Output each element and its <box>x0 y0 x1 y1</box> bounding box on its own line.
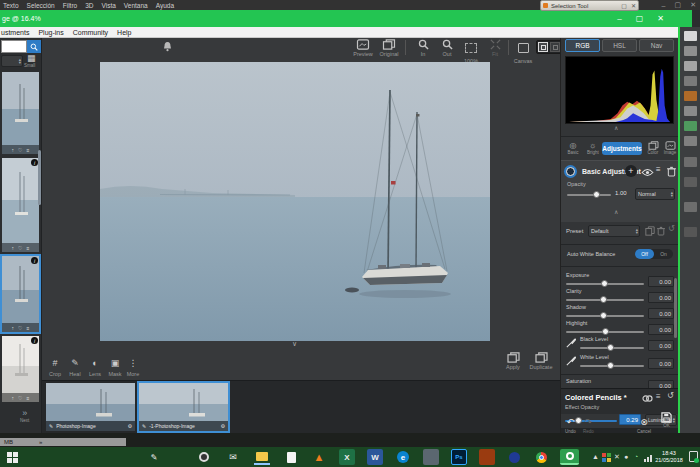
close-icon[interactable]: ✕ <box>657 14 664 23</box>
zoom-100-button[interactable]: 100% <box>460 39 482 64</box>
pencil-icon[interactable]: ✎ <box>142 423 146 429</box>
heart-icon[interactable]: ♡ <box>18 395 22 401</box>
awb-off-option[interactable]: Off <box>635 249 654 259</box>
info-icon[interactable]: i <box>31 257 38 264</box>
undo-button[interactable]: ↶Undo <box>565 411 576 434</box>
ps-panel-icon[interactable] <box>684 157 697 167</box>
collapse-histogram-icon[interactable]: ∧ <box>614 124 618 131</box>
tray-icon[interactable]: ● <box>624 453 628 460</box>
filmstrip-thumbnail[interactable]: ✎ Photoshop-Image ⚙ <box>46 383 135 431</box>
word-app-icon[interactable]: W <box>367 449 383 465</box>
eyedropper-icon[interactable] <box>566 356 576 366</box>
collapse-icon[interactable]: ▢ <box>621 2 627 9</box>
awb-on-option[interactable]: On <box>654 251 673 257</box>
slider-track[interactable] <box>566 331 644 333</box>
menu-icon[interactable]: ≡ <box>656 392 661 401</box>
category-color[interactable]: Color <box>645 141 661 155</box>
info-icon[interactable]: i <box>31 337 38 344</box>
zoom-out-button[interactable]: Out <box>436 39 458 57</box>
menu-icon[interactable]: ≡ <box>656 165 661 174</box>
heart-icon[interactable]: ♡ <box>18 325 22 331</box>
pencil-icon[interactable]: ✎ <box>49 423 53 429</box>
maximize-icon[interactable]: ▢ <box>636 14 644 23</box>
histogram[interactable] <box>565 56 674 124</box>
heart-icon[interactable]: ♡ <box>18 147 22 153</box>
heart-icon[interactable]: ♡ <box>18 245 22 251</box>
sidebar-scrollbar[interactable] <box>38 150 41 205</box>
gear-icon[interactable]: ⚙ <box>128 423 132 429</box>
category-basic[interactable]: ◎Basic <box>563 141 583 155</box>
awb-toggle[interactable]: Off On <box>635 249 673 259</box>
thumbs-up-icon[interactable]: ↑ <box>12 245 15 251</box>
menu-vista[interactable]: Vista <box>102 2 116 9</box>
effect-thumbnail[interactable]: i ↑♡≡ <box>2 158 39 252</box>
taskbar-app-icon[interactable] <box>479 449 495 465</box>
eyedropper-icon[interactable] <box>566 338 576 348</box>
add-adjustment-button[interactable]: + <box>625 165 637 177</box>
reset-icon[interactable]: ↺ <box>667 391 674 400</box>
tray-icon[interactable] <box>602 453 611 462</box>
excel-app-icon[interactable]: X <box>339 449 355 465</box>
menu-filtro[interactable]: Filtro <box>63 2 77 9</box>
selection-tool-panel[interactable]: Selection Tool ▢ ✕ <box>540 0 639 11</box>
close-icon[interactable]: ✕ <box>690 1 696 9</box>
vlc-app-icon[interactable]: ▲ <box>311 449 327 465</box>
sort-dropdown[interactable]: ▴▾ <box>1 55 23 67</box>
preset-dropdown[interactable]: Default ▴▾ <box>588 225 640 237</box>
slider-track[interactable] <box>580 347 644 349</box>
effects-search-input[interactable] <box>1 40 27 53</box>
notification-center-icon[interactable] <box>689 451 698 462</box>
taskbar-app-icon[interactable] <box>506 449 522 465</box>
slider-value[interactable]: 0.00 <box>648 292 674 303</box>
save-preset-icon[interactable] <box>645 226 655 236</box>
ps-panel-icon[interactable] <box>684 177 697 187</box>
gear-icon[interactable]: ⚙ <box>221 423 225 429</box>
ps-panel-icon[interactable] <box>684 76 697 86</box>
slider-value[interactable]: 0.00 <box>648 324 674 335</box>
crop-tool-button[interactable]: #Crop <box>46 352 64 377</box>
photoshop-app-icon[interactable]: Ps <box>451 449 467 465</box>
ps-panel-icon[interactable] <box>684 46 697 56</box>
menu-ventana[interactable]: Ventana <box>124 2 148 9</box>
duplicate-button[interactable]: Duplicate <box>528 352 554 370</box>
lens-tool-button[interactable]: ◐Lens <box>86 352 104 377</box>
menu-icon[interactable]: ≡ <box>27 147 30 153</box>
windows-ink-icon[interactable]: ✎ <box>146 449 162 465</box>
more-tools-button[interactable]: ⋮More <box>126 352 140 377</box>
collapse-section-icon[interactable]: ∧ <box>614 208 618 215</box>
menu-texto[interactable]: Texto <box>3 2 19 9</box>
preview-button[interactable]: Preview <box>352 39 374 57</box>
taskbar-app-icon[interactable] <box>196 449 212 465</box>
info-icon[interactable]: i <box>31 159 38 166</box>
original-button[interactable]: Original <box>378 39 400 57</box>
category-image[interactable]: Image <box>662 141 678 155</box>
ps-panel-icon[interactable] <box>684 121 697 131</box>
slider-value[interactable]: 0.00 <box>648 276 674 287</box>
ps-panel-icon[interactable] <box>684 202 697 212</box>
taskbar-clock[interactable]: 18:43 21/05/2018 <box>649 450 689 464</box>
redo-button[interactable]: ↷Redo <box>583 411 594 434</box>
menu-seleccion[interactable]: Selección <box>27 2 55 9</box>
zoom-in-button[interactable]: In <box>412 39 434 57</box>
ok-button[interactable]: OK <box>661 412 672 428</box>
ps-panel-icon[interactable] <box>684 136 697 146</box>
slider-track[interactable] <box>566 315 644 317</box>
tray-show-hidden-icon[interactable]: ▲ <box>592 453 599 460</box>
notifications-bell-icon[interactable] <box>162 41 173 52</box>
ps-panel-icon[interactable] <box>684 106 697 116</box>
slider-value[interactable]: 0.00 <box>648 308 674 319</box>
slider-track[interactable] <box>566 283 644 285</box>
tab-hsl[interactable]: HSL <box>602 39 637 52</box>
minimize-icon[interactable]: – <box>617 14 621 23</box>
mask-tool-button[interactable]: ▣Mask <box>106 352 124 377</box>
chrome-browser-icon[interactable] <box>533 449 549 465</box>
effect-thumbnail-selected[interactable]: i ↑♡≡ <box>2 256 39 332</box>
ps-panel-icon[interactable] <box>684 91 697 101</box>
thumbs-up-icon[interactable]: ↑ <box>12 395 15 401</box>
next-effects-button[interactable]: » Next <box>20 408 29 423</box>
search-button[interactable] <box>27 40 41 53</box>
slider-track[interactable] <box>580 365 644 367</box>
active-app-icon[interactable] <box>560 449 579 465</box>
trash-icon[interactable] <box>667 166 676 177</box>
statusbar-flyout-icon[interactable]: » <box>39 439 42 445</box>
